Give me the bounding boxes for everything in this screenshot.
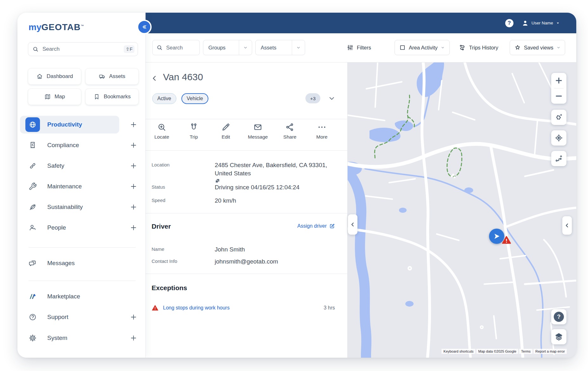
sidebar-search[interactable]: ⇧F [28,42,138,56]
sidebar-search-input[interactable] [42,46,121,53]
driver-name-row: Name John Smith [152,245,335,254]
user-menu[interactable]: User Name [522,20,560,27]
sidebar-item-people[interactable]: People [20,219,119,237]
locate-me-button[interactable] [551,130,566,146]
sidebar-item-maintenance[interactable]: Maintenance [20,178,119,195]
quick-link-label: Dashboard [47,73,73,80]
quick-link-label: Assets [109,73,125,80]
collapse-panel-handle[interactable] [348,214,357,235]
sidebar-collapse-button[interactable] [137,20,152,34]
plus-icon[interactable] [130,224,137,231]
assign-driver-link[interactable]: Assign driver [297,223,335,229]
driver-contact: johnsmith@geotab.com [215,257,335,266]
sidebar-item-system[interactable]: System [20,329,119,347]
asset-title: Van 4630 [163,72,203,82]
zoom-control [551,73,566,104]
status-badge[interactable]: Active [152,93,176,104]
sidebar-item-safety[interactable]: Safety [20,157,119,175]
quick-link-label: Map [55,94,65,100]
share-action[interactable]: Share [278,122,302,140]
sidebar-item-messages[interactable]: Messages [20,254,119,272]
open-right-panel-handle[interactable] [562,216,572,235]
plus-icon[interactable] [130,162,137,170]
map-help-button[interactable]: ? [551,309,566,324]
sidebar-item-bookmarks[interactable]: Bookmarks [85,88,139,105]
exceptions-heading: Exceptions [152,284,187,292]
groups-dropdown[interactable]: Groups [203,40,252,55]
share-icon [285,122,295,132]
zoom-in-button[interactable] [551,73,566,88]
edit-action[interactable]: Edit [214,122,238,140]
question-circle-icon [25,310,40,324]
exception-link[interactable]: Long stops during work hours [163,305,230,311]
toolbar-search-input[interactable] [166,44,195,51]
assets-label: Assets [256,45,292,51]
help-icon[interactable]: ? [505,19,513,27]
filters-label: Filters [357,45,371,51]
chevron-down-icon [557,46,560,49]
back-button[interactable] [150,74,159,82]
logo-tm: ™ [81,24,84,28]
speed-value: 20 km/h [215,197,335,205]
add-route-control [551,151,566,166]
type-badge[interactable]: Vehicle [181,93,209,104]
wrench-icon [25,179,40,194]
plus-icon[interactable] [130,203,137,211]
zoom-out-button[interactable] [551,88,566,104]
messages-icon [25,256,40,270]
divider [29,247,136,248]
area-activity-label: Area Activity [409,45,438,51]
app-window: ? User Name Groups Assets [17,13,576,358]
receipt-check-icon [25,138,40,153]
locate-icon [157,122,167,132]
trip-icon [189,122,199,132]
sidebar-item-label: Safety [47,162,64,169]
sidebar-item-productivity[interactable]: Productivity [20,116,119,133]
sidebar-item-sustainability[interactable]: Sustainability [20,198,119,216]
leaf-icon [25,200,40,214]
locate-action[interactable]: Locate [150,122,174,140]
sidebar-item-label: Sustainability [47,204,83,211]
plus-icon[interactable] [130,141,137,149]
terms-link[interactable]: Terms [519,349,532,354]
chevron-down-icon [441,46,445,49]
area-activity-button[interactable]: Area Activity [395,40,450,55]
action-bar: Locate Trip Edit Message Share More [145,122,338,140]
toolbar-search[interactable] [152,40,200,55]
plus-icon[interactable] [130,121,137,128]
plus-icon[interactable] [130,183,137,190]
people-icon [25,220,40,235]
keyboard-shortcuts-link[interactable]: Keyboard shortcuts [441,349,475,354]
map-graphic [347,62,576,358]
expand-chevron-icon[interactable] [328,94,336,102]
more-badges-pill[interactable]: +3 [305,93,320,103]
add-zone-button[interactable] [551,110,566,125]
sidebar-item-map[interactable]: Map [28,88,81,105]
sidebar-item-compliance[interactable]: Compliance [20,136,119,154]
sidebar-item-dashboard[interactable]: Dashboard [28,68,81,85]
add-route-button[interactable] [551,151,566,166]
trips-history-label: Trips History [469,45,498,51]
sidebar-item-marketplace[interactable]: Marketplace [20,288,119,305]
message-action[interactable]: Message [246,122,270,140]
map-data-label: Map data ©2025 Google [476,349,518,354]
asset-detail-panel: Van 4630 Active Vehicle +3 Locate Trip E [145,62,348,358]
report-map-error-link[interactable]: Report a map error [533,349,567,354]
trips-history-button[interactable]: Trips History [459,40,498,55]
plus-icon[interactable] [130,313,137,321]
assets-dropdown[interactable]: Assets [255,40,305,55]
more-action[interactable]: More [310,122,334,140]
saved-views-button[interactable]: Saved views [510,40,565,55]
map-canvas[interactable] [347,62,576,358]
plus-icon[interactable] [130,334,137,342]
sidebar-item-assets[interactable]: Assets [85,68,139,85]
sidebar-item-support[interactable]: Support [20,308,119,326]
divider [145,150,347,151]
layers-button[interactable] [551,329,566,344]
sidebar-item-label: People [47,224,66,231]
trip-action[interactable]: Trip [182,122,206,140]
copy-icon[interactable] [215,178,335,184]
filters-button[interactable]: Filters [347,40,371,55]
marketplace-icon [25,289,40,304]
vehicle-alert-icon[interactable] [502,235,511,245]
